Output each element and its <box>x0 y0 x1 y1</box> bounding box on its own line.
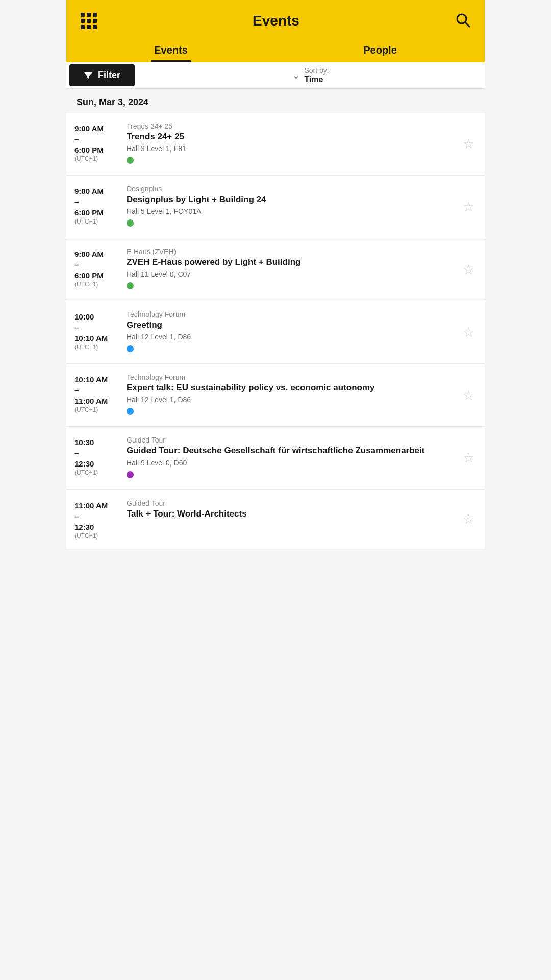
event-content: Technology Forum Greeting Hall 12 Level … <box>127 310 455 354</box>
search-button[interactable] <box>453 10 472 31</box>
star-icon: ☆ <box>463 387 474 403</box>
favorite-button[interactable]: ☆ <box>461 509 477 529</box>
date-header: Sun, Mar 3, 2024 <box>66 89 485 113</box>
tab-people[interactable]: People <box>276 36 485 62</box>
event-category-dot <box>127 157 134 164</box>
event-category-dot <box>127 282 134 289</box>
event-time: 9:00 AM–6:00 PM (UTC+1) <box>74 122 120 162</box>
event-content: Designplus Designplus by Light + Buildin… <box>127 185 455 229</box>
star-icon: ☆ <box>463 511 474 527</box>
grid-icon <box>81 13 97 29</box>
page-title: Events <box>253 13 299 29</box>
svg-line-1 <box>465 22 469 27</box>
event-time: 9:00 AM–6:00 PM (UTC+1) <box>74 185 120 225</box>
star-icon: ☆ <box>463 325 474 340</box>
event-content: Guided Tour Guided Tour: Deutsche Gesell… <box>127 436 455 480</box>
star-icon: ☆ <box>463 450 474 465</box>
event-content: Trends 24+ 25 Trends 24+ 25 Hall 3 Level… <box>127 122 455 166</box>
favorite-button[interactable]: ☆ <box>461 134 477 154</box>
sort-button[interactable]: ⌄ Sort by: Time <box>137 62 485 88</box>
event-time: 9:00 AM–6:00 PM (UTC+1) <box>74 248 120 288</box>
search-icon <box>455 12 470 28</box>
list-item[interactable]: 9:00 AM–6:00 PM (UTC+1) E-Haus (ZVEH) ZV… <box>66 238 485 301</box>
event-time: 10:10 AM–11:00 AM (UTC+1) <box>74 373 120 413</box>
list-item[interactable]: 10:10 AM–11:00 AM (UTC+1) Technology For… <box>66 364 485 427</box>
event-time: 10:30–12:30 (UTC+1) <box>74 436 120 476</box>
event-category-dot <box>127 408 134 415</box>
list-item[interactable]: 11:00 AM–12:30 (UTC+1) Guided Tour Talk … <box>66 490 485 549</box>
star-icon: ☆ <box>463 136 474 152</box>
filter-bar: Filter ⌄ Sort by: Time <box>66 62 485 89</box>
tab-events[interactable]: Events <box>66 36 276 62</box>
star-icon: ☆ <box>463 262 474 277</box>
app-header: Events Events People <box>66 0 485 62</box>
favorite-button[interactable]: ☆ <box>461 385 477 405</box>
list-item[interactable]: 10:00–10:10 AM (UTC+1) Technology Forum … <box>66 301 485 364</box>
filter-button[interactable]: Filter <box>69 64 135 86</box>
tab-bar: Events People <box>66 36 485 62</box>
star-icon: ☆ <box>463 199 474 214</box>
list-item[interactable]: 9:00 AM–6:00 PM (UTC+1) Trends 24+ 25 Tr… <box>66 113 485 176</box>
list-item[interactable]: 9:00 AM–6:00 PM (UTC+1) Designplus Desig… <box>66 176 485 238</box>
chevron-down-icon: ⌄ <box>292 70 300 81</box>
event-category-dot <box>127 471 134 478</box>
event-list: 9:00 AM–6:00 PM (UTC+1) Trends 24+ 25 Tr… <box>66 113 485 549</box>
list-item[interactable]: 10:30–12:30 (UTC+1) Guided Tour Guided T… <box>66 427 485 489</box>
favorite-button[interactable]: ☆ <box>461 323 477 342</box>
event-time: 11:00 AM–12:30 (UTC+1) <box>74 499 120 540</box>
sort-text: Sort by: Time <box>304 66 329 85</box>
favorite-button[interactable]: ☆ <box>461 260 477 280</box>
event-content: Guided Tour Talk + Tour: World-Architect… <box>127 499 455 522</box>
event-content: Technology Forum Expert talk: EU sustain… <box>127 373 455 417</box>
event-category-dot <box>127 219 134 227</box>
event-time: 10:00–10:10 AM (UTC+1) <box>74 310 120 351</box>
event-content: E-Haus (ZVEH) ZVEH E-Haus powered by Lig… <box>127 248 455 291</box>
grid-menu-button[interactable] <box>79 11 99 31</box>
filter-icon <box>84 71 93 80</box>
favorite-button[interactable]: ☆ <box>461 448 477 468</box>
event-category-dot <box>127 345 134 352</box>
favorite-button[interactable]: ☆ <box>461 197 477 217</box>
